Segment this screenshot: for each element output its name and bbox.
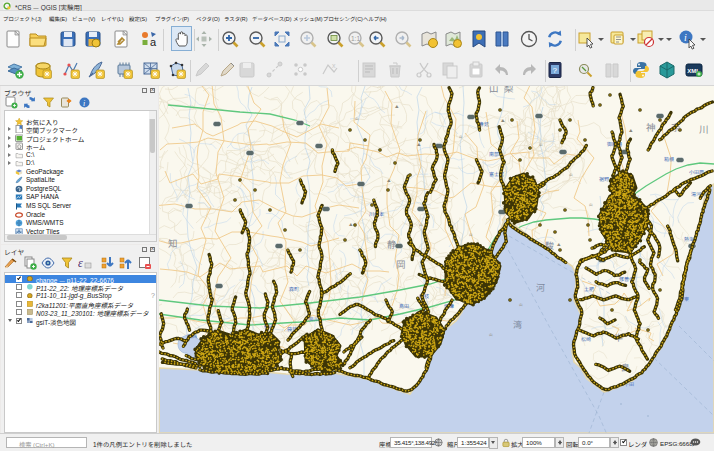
svg-text:▲: ▲ <box>417 143 421 147</box>
svg-text:土肥: 土肥 <box>584 286 594 292</box>
svg-text:▲: ▲ <box>629 129 633 133</box>
svg-text:山: 山 <box>459 135 463 139</box>
svg-text:島田: 島田 <box>399 303 409 309</box>
svg-text:i: i <box>684 32 687 43</box>
svg-text:森町: 森町 <box>289 286 299 292</box>
svg-text:1:1: 1:1 <box>351 35 360 42</box>
svg-text:神: 神 <box>646 123 656 133</box>
svg-text:山: 山 <box>489 333 493 337</box>
svg-text:山: 山 <box>489 86 499 94</box>
svg-text:岡: 岡 <box>396 260 406 270</box>
svg-text:▲: ▲ <box>501 119 505 123</box>
svg-text:梨: 梨 <box>504 86 514 94</box>
svg-text:湾: 湾 <box>513 320 522 330</box>
svg-text:▲: ▲ <box>387 179 391 183</box>
svg-text:河: 河 <box>536 283 545 293</box>
svg-text:山: 山 <box>355 117 359 121</box>
svg-text:山: 山 <box>519 303 523 307</box>
svg-text:?: ? <box>552 66 557 75</box>
svg-text:松崎: 松崎 <box>581 336 591 342</box>
svg-text:山: 山 <box>569 173 573 177</box>
svg-text:▲: ▲ <box>395 105 399 109</box>
svg-text:▲: ▲ <box>557 243 561 247</box>
svg-text:山: 山 <box>469 233 473 237</box>
svg-text:箱根: 箱根 <box>664 156 674 162</box>
svg-text:裾野: 裾野 <box>599 176 609 182</box>
svg-text:▲: ▲ <box>349 223 353 227</box>
svg-text:山: 山 <box>539 143 543 147</box>
svg-text:川: 川 <box>699 125 709 135</box>
svg-text:i: i <box>83 99 85 108</box>
svg-text:知: 知 <box>168 239 178 249</box>
svg-text:a: a <box>150 36 157 48</box>
svg-text:山: 山 <box>419 223 423 227</box>
svg-text:山: 山 <box>589 203 593 207</box>
svg-text:南部: 南部 <box>489 151 499 157</box>
svg-text:x: x <box>332 62 336 69</box>
svg-text:熱海: 熱海 <box>684 236 694 242</box>
svg-text:ε: ε <box>78 256 83 270</box>
